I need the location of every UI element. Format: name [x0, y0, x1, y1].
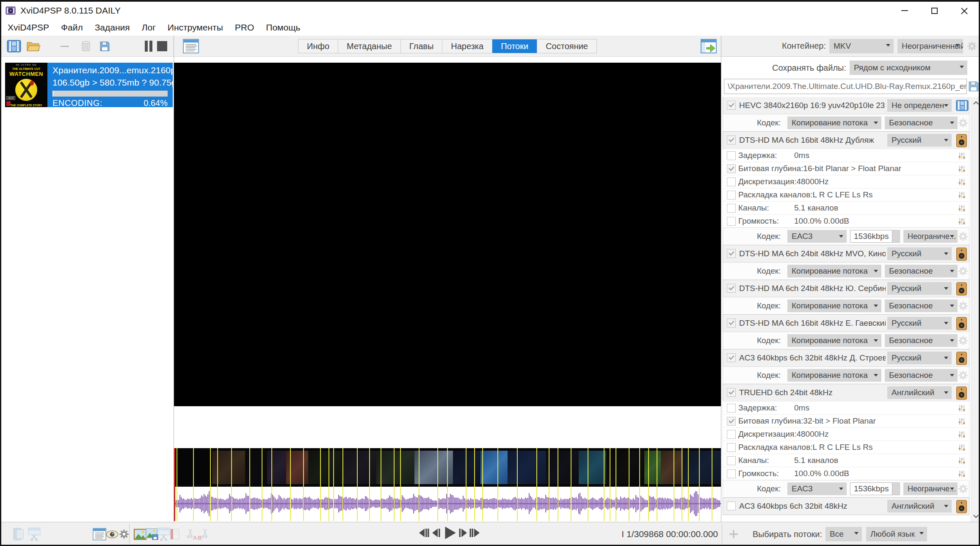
property-checkbox[interactable]	[727, 217, 736, 226]
playhead[interactable]	[174, 448, 175, 521]
menu-item-pro[interactable]: PRO	[229, 19, 260, 36]
step-back-button[interactable]	[431, 527, 441, 539]
output-path-input[interactable]: \Хранители.2009.The.Ultimate.Cut.UHD.Blu…	[724, 79, 967, 94]
sliders-icon[interactable]	[958, 470, 966, 478]
sliders-icon[interactable]	[958, 404, 966, 413]
sliders-icon[interactable]	[958, 443, 966, 452]
open-file-button[interactable]	[25, 39, 41, 54]
menu-item-log[interactable]: Лог	[136, 19, 162, 36]
codec-settings-gear-icon[interactable]	[958, 266, 969, 277]
codec-mode-dropdown[interactable]: Безопасное	[885, 265, 958, 277]
sliders-icon[interactable]	[958, 191, 966, 200]
delete-task-button[interactable]	[78, 39, 94, 54]
codec-dropdown[interactable]: Копирование потока	[787, 369, 881, 382]
property-checkbox[interactable]	[727, 430, 736, 439]
stream-checkbox[interactable]	[727, 101, 736, 110]
menu-item-tasks[interactable]: Задания	[89, 19, 136, 36]
save-path-icon[interactable]	[968, 80, 980, 92]
codec-dropdown[interactable]: EAC3	[787, 230, 847, 243]
save-task-button[interactable]	[97, 39, 113, 54]
sliders-icon[interactable]	[958, 217, 966, 226]
stream-language-dropdown[interactable]: Не определен	[887, 99, 952, 112]
menu-item-file[interactable]: Файл	[55, 19, 89, 36]
bitrate-input[interactable]: 1536kbps	[850, 230, 892, 243]
menu-item-help[interactable]: Помощь	[260, 19, 306, 36]
stream-checkbox[interactable]	[727, 284, 736, 293]
maximize-button[interactable]	[919, 2, 949, 19]
close-button[interactable]	[949, 2, 979, 19]
stop-button[interactable]	[154, 39, 170, 54]
stream-language-dropdown[interactable]: Русский	[887, 317, 952, 330]
codec-dropdown[interactable]: Копирование потока	[787, 265, 881, 277]
codec-dropdown[interactable]: EAC3	[787, 482, 847, 495]
remove-task-button[interactable]	[57, 39, 73, 54]
tab-streams[interactable]: Потоки	[492, 39, 537, 53]
tab-chapters[interactable]: Главы	[400, 39, 442, 53]
codec-mode-dropdown[interactable]: Безопасное	[885, 334, 958, 347]
sliders-icon[interactable]	[958, 165, 966, 173]
bitrate-limit-dropdown[interactable]: Неограниче...	[903, 482, 958, 495]
codec-settings-gear-icon[interactable]	[958, 335, 969, 346]
stream-language-dropdown[interactable]: Русский	[887, 134, 952, 147]
sliders-icon[interactable]	[958, 430, 966, 439]
bitrate-spinner[interactable]	[892, 230, 900, 243]
property-checkbox[interactable]	[727, 191, 736, 200]
task-item-selected[interactable]: 4K ULTRA HD THE ULTIMATE CUT WATCHMEN HD…	[5, 63, 173, 107]
stream-language-dropdown[interactable]: Русский	[887, 352, 952, 364]
tab-metadata[interactable]: Метаданые	[338, 39, 400, 53]
property-checkbox[interactable]	[727, 177, 736, 186]
tab-info[interactable]: Инфо	[298, 39, 338, 53]
codec-mode-dropdown[interactable]: Безопасное	[885, 299, 958, 312]
stream-scope-dropdown[interactable]: Все	[825, 527, 862, 541]
save-location-dropdown[interactable]: Рядом с исходником	[850, 61, 967, 75]
play-button[interactable]	[442, 525, 457, 540]
stream-checkbox[interactable]	[727, 388, 736, 397]
codec-dropdown[interactable]: Копирование потока	[787, 116, 881, 129]
property-checkbox[interactable]	[727, 469, 736, 478]
property-checkbox[interactable]	[727, 443, 736, 452]
codec-settings-gear-icon[interactable]	[958, 117, 969, 128]
bitrate-input[interactable]: 1536kbps	[850, 482, 892, 495]
codec-settings-gear-icon[interactable]	[958, 231, 969, 242]
property-checkbox[interactable]	[727, 456, 736, 465]
minimize-button[interactable]	[890, 2, 919, 19]
container-profile-dropdown[interactable]: Неограниченный	[897, 39, 963, 53]
codec-dropdown[interactable]: Копирование потока	[787, 334, 881, 347]
tab-status[interactable]: Состояние	[537, 39, 596, 53]
sliders-icon[interactable]	[958, 417, 966, 426]
timeline-strip[interactable]	[174, 448, 721, 521]
stream-language-dropdown[interactable]: Английский	[887, 386, 952, 399]
codec-settings-gear-icon[interactable]	[958, 483, 969, 494]
step-forward-button[interactable]	[458, 527, 468, 539]
codec-settings-gear-icon[interactable]	[958, 300, 969, 311]
stream-checkbox[interactable]	[727, 249, 736, 258]
property-checkbox[interactable]	[727, 404, 736, 413]
stream-checkbox[interactable]	[727, 319, 736, 327]
sliders-icon[interactable]	[958, 457, 966, 465]
sliders-icon[interactable]	[958, 152, 966, 160]
stream-checkbox[interactable]	[727, 353, 736, 362]
container-settings-gear-icon[interactable]	[966, 41, 977, 52]
bitrate-limit-dropdown[interactable]: Неограниче...	[903, 230, 958, 243]
stream-language-dropdown[interactable]: Русский	[887, 282, 952, 295]
property-checkbox[interactable]	[727, 417, 736, 426]
codec-mode-dropdown[interactable]: Безопасное	[885, 369, 958, 382]
log-window-icon[interactable]	[92, 526, 107, 543]
property-checkbox[interactable]	[727, 151, 736, 160]
stream-language-dropdown[interactable]: Любой язык	[866, 527, 927, 541]
codec-mode-dropdown[interactable]: Безопасное	[885, 116, 958, 129]
settings-gear-icon[interactable]	[117, 526, 131, 543]
add-video-button[interactable]	[6, 39, 22, 54]
tab-cutting[interactable]: Нарезка	[442, 39, 492, 53]
property-checkbox[interactable]	[727, 164, 736, 173]
stream-language-dropdown[interactable]: Русский	[887, 247, 952, 260]
stream-language-dropdown[interactable]: Английский	[887, 500, 952, 513]
property-checkbox[interactable]	[727, 204, 736, 213]
container-format-dropdown[interactable]: MKV	[829, 39, 894, 53]
sliders-icon[interactable]	[958, 178, 966, 186]
codec-dropdown[interactable]: Копирование потока	[787, 299, 881, 312]
stream-checkbox[interactable]	[727, 136, 736, 144]
add-stream-button[interactable]	[726, 526, 741, 543]
menu-item-tools[interactable]: Инструменты	[162, 19, 229, 36]
menu-item-xvid4psp[interactable]: XviD4PSP	[2, 19, 55, 36]
